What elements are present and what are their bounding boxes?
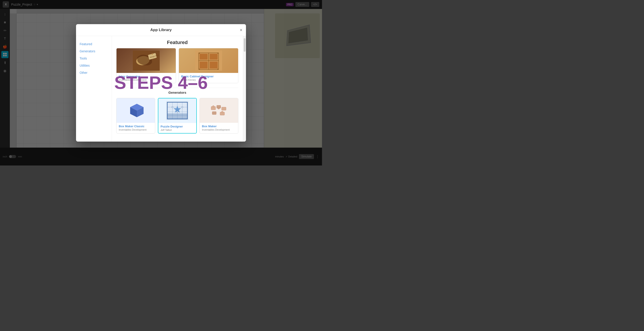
boxmaker-card-info: Box Maker Inventables Development xyxy=(200,123,238,133)
boxmaker-svg xyxy=(208,101,230,120)
svg-point-20 xyxy=(217,69,218,70)
box-svg xyxy=(126,102,146,120)
puzzle-svg xyxy=(166,101,188,120)
scrollbar-track[interactable] xyxy=(243,36,246,142)
svg-point-19 xyxy=(199,69,200,70)
svg-point-45 xyxy=(222,111,223,113)
svg-rect-43 xyxy=(212,112,216,114)
inlay-card-name: Inlay Generator xyxy=(119,75,174,78)
inlay-svg: Mangia bene xyxy=(133,50,160,71)
svg-point-18 xyxy=(217,53,218,54)
scrollbar-thumb[interactable] xyxy=(244,38,246,52)
boxmaker-card-author: Inventables Development xyxy=(202,128,236,131)
puzzle-thumb-bg xyxy=(158,98,196,123)
box-classic-card-author: Inventables Development xyxy=(119,128,153,131)
app-card-puzzle-designer[interactable]: Puzzle Designer Jeff Talbot xyxy=(158,98,197,134)
dialog-close-button[interactable]: × xyxy=(240,28,242,32)
box-classic-thumb xyxy=(116,98,155,123)
cabinet-card-name: Basic Cabinet Designer xyxy=(181,75,236,78)
svg-rect-16 xyxy=(210,62,218,68)
dialog-header: App Library × xyxy=(76,24,246,36)
dialog-title: App Library xyxy=(150,28,172,32)
cabinet-card-author: Ethan Kinney xyxy=(181,78,236,81)
svg-point-17 xyxy=(199,53,200,54)
nav-item-generators[interactable]: Generators xyxy=(80,48,108,55)
nav-item-tools[interactable]: Tools xyxy=(80,55,108,62)
puzzle-card-name: Puzzle Designer xyxy=(160,125,194,128)
box-classic-thumb-bg xyxy=(116,98,155,123)
inlay-card-author: Inventables Development xyxy=(119,78,174,81)
svg-point-35 xyxy=(177,111,178,112)
svg-rect-37 xyxy=(208,101,230,120)
inlay-thumb-bg: Mangia bene xyxy=(116,48,176,73)
nav-item-utilities[interactable]: Utilities xyxy=(80,62,108,69)
svg-point-34 xyxy=(172,106,173,108)
boxmaker-card-name: Box Maker xyxy=(202,124,236,128)
boxmaker-thumb xyxy=(200,98,238,123)
app-card-box-maker-classic[interactable]: Box Maker Classic Inventables Developmen… xyxy=(116,98,155,134)
inlay-card-info: Inlay Generator Inventables Development xyxy=(116,73,176,83)
app-card-cabinet-designer[interactable]: Basic Cabinet Designer Ethan Kinney xyxy=(179,48,238,83)
svg-rect-14 xyxy=(210,54,218,60)
app-library-dialog: App Library × Featured Generators Tools … xyxy=(76,24,246,142)
app-card-inlay-generator[interactable]: Mangia bene Inlay Generator Inventables … xyxy=(116,48,176,83)
nav-item-featured[interactable]: Featured xyxy=(80,40,108,48)
featured-grid: Mangia bene Inlay Generator Inventables … xyxy=(116,48,238,83)
cabinet-card-info: Basic Cabinet Designer Ethan Kinney xyxy=(179,73,238,83)
section-divider xyxy=(116,88,238,88)
boxmaker-thumb-bg xyxy=(200,98,238,123)
svg-point-41 xyxy=(218,107,220,109)
app-card-box-maker[interactable]: Box Maker Inventables Development xyxy=(200,98,238,134)
inlay-thumb: Mangia bene xyxy=(116,48,176,73)
puzzle-card-info: Puzzle Designer Jeff Talbot xyxy=(158,123,196,133)
svg-rect-33 xyxy=(167,114,188,119)
svg-point-39 xyxy=(212,106,214,107)
dialog-body: Featured Generators Tools Utilities Othe… xyxy=(76,36,246,142)
svg-point-8 xyxy=(152,54,153,55)
puzzle-thumb xyxy=(158,98,196,123)
cabinet-svg xyxy=(195,50,222,71)
svg-rect-42 xyxy=(222,107,226,110)
dialog-nav: Featured Generators Tools Utilities Othe… xyxy=(76,36,112,142)
cabinet-thumb-bg xyxy=(179,48,238,73)
generators-section-label: Generators xyxy=(116,90,238,94)
generators-grid: Box Maker Classic Inventables Developmen… xyxy=(116,98,238,134)
svg-point-36 xyxy=(182,106,183,108)
featured-section-title: Featured xyxy=(116,40,238,46)
dialog-content[interactable]: Featured xyxy=(112,36,243,142)
modal-overlay: STEPS 4–6 App Library × Featured Generat… xyxy=(0,0,322,166)
svg-rect-15 xyxy=(200,62,208,68)
svg-rect-13 xyxy=(200,54,208,60)
nav-item-other[interactable]: Other xyxy=(80,69,108,76)
puzzle-card-author: Jeff Talbot xyxy=(160,128,194,131)
cabinet-thumb xyxy=(179,48,238,73)
box-classic-card-info: Box Maker Classic Inventables Developmen… xyxy=(116,123,155,133)
box-classic-card-name: Box Maker Classic xyxy=(119,124,153,128)
